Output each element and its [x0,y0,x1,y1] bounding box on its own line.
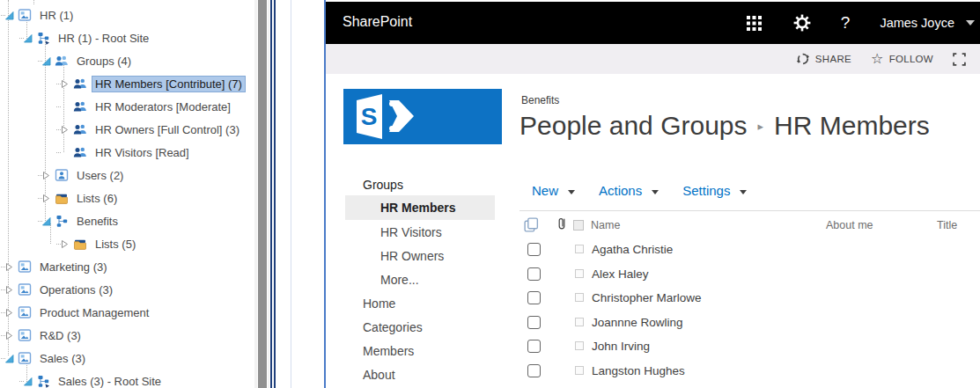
tree-node[interactable]: HR Visitors [Read] [0,141,193,164]
tree-node[interactable]: Lists (5) [0,232,139,255]
sharepoint-logo[interactable]: S [343,89,502,148]
collapse-arrow-icon[interactable] [5,10,15,20]
menu-new[interactable]: New [532,183,575,198]
nav-item-about[interactable]: About [363,368,395,382]
member-name-link[interactable]: John Irving [592,340,650,353]
sharepoint-window: SharePoint [324,0,980,388]
tree-node[interactable]: Product Management [0,301,152,324]
nav-item-hr-visitors[interactable]: HR Visitors [380,225,442,239]
tree-node[interactable]: HR Owners [Full Control] (3) [0,118,243,141]
nav-item-hr-members[interactable]: HR Members [345,195,495,220]
tree-node[interactable]: R&D (3) [0,324,85,347]
collapse-arrow-icon[interactable] [5,353,15,363]
row-checkbox[interactable] [527,291,541,304]
row-checkbox[interactable] [527,364,541,377]
site-icon [18,305,32,319]
expand-arrow-icon[interactable] [5,307,15,318]
tree-node[interactable]: Marketing (3) [0,255,111,278]
member-name-link[interactable]: Alex Haley [592,267,649,281]
help-icon[interactable]: ? [841,13,851,33]
site-icon [18,260,32,274]
column-header-title[interactable]: Title [937,219,957,231]
focus-mode-button[interactable] [953,53,971,66]
row-checkbox[interactable] [527,340,541,353]
tree-node-label[interactable]: HR (1) - Root Site [55,30,152,47]
expand-arrow-icon[interactable] [61,124,70,135]
follow-button[interactable]: ☆ FOLLOW [871,52,933,66]
tree-node-label[interactable]: HR Moderators [Moderate] [92,99,234,115]
member-name-link[interactable]: Agatha Christie [592,243,673,256]
tree-node-label[interactable]: Marketing (3) [36,259,111,275]
tree-node-label[interactable]: HR Members [Contribute] (7) [92,76,246,92]
tree-node[interactable]: HR (1) - Root Site [0,26,152,49]
tree-node[interactable]: Operations (3) [0,278,116,301]
presence-indicator [575,245,584,253]
collapse-arrow-icon[interactable] [24,33,33,43]
menu-actions[interactable]: Actions [599,183,659,198]
header-checkbox[interactable] [573,220,584,231]
nav-item-members[interactable]: Members [363,344,414,358]
row-checkbox[interactable] [527,243,541,256]
tree-node[interactable]: Benefits [0,209,122,232]
expand-arrow-icon[interactable] [42,193,52,203]
tree-node[interactable]: Groups (4) [0,49,135,72]
member-name-link[interactable]: Christopher Marlowe [592,291,702,304]
tree-node[interactable]: HR Moderators [Moderate] [0,95,234,118]
tree-node-label[interactable]: Operations (3) [36,282,116,298]
page-title-main[interactable]: People and Groups [519,111,748,140]
row-checkbox[interactable] [527,267,541,281]
expand-arrow-icon[interactable] [5,261,15,272]
nav-item-hr-owners[interactable]: HR Owners [380,249,444,263]
tree-node-label[interactable]: R&D (3) [36,327,85,344]
suite-bar: SharePoint [326,2,980,44]
tree-node-label[interactable]: Users (2) [73,167,127,184]
user-menu-caret-icon[interactable] [966,20,975,26]
tree-node[interactable]: HR (1) [0,4,77,26]
collapse-arrow-icon[interactable] [42,216,52,226]
tree-node[interactable]: Sales (3) [0,347,89,370]
menu-caret-icon [652,190,659,194]
share-button[interactable]: SHARE [796,52,851,66]
tree-node-label[interactable]: HR Visitors [Read] [92,144,193,161]
site-icon [18,8,32,22]
user-menu[interactable]: James Joyce [880,16,954,30]
app-launcher-icon[interactable] [747,16,762,31]
collapse-arrow-icon[interactable] [24,376,33,386]
settings-gear-icon[interactable] [793,14,811,32]
member-name-link[interactable]: Langston Hughes [592,364,685,377]
menu-settings[interactable]: Settings [682,183,747,198]
tree-node-label[interactable]: HR Owners [Full Control] (3) [92,121,243,138]
column-header-name[interactable]: Name [591,219,620,231]
tree-node-label[interactable]: Product Management [36,304,152,321]
tree-node-label[interactable]: Sales (3) [36,350,89,367]
list-toolbar: NewActionsSettings [532,183,770,198]
nav-item-more[interactable]: More... [380,273,419,287]
member-name-link[interactable]: Joannne Rowling [592,316,683,329]
tree-node-label[interactable]: Lists (5) [92,236,139,253]
site-breadcrumb[interactable]: Benefits [521,94,559,106]
expand-arrow-icon[interactable] [42,170,52,180]
presence-indicator [575,366,584,375]
nav-item-home[interactable]: Home [363,296,395,311]
window-border [270,0,272,388]
row-checkbox[interactable] [527,316,541,329]
expand-arrow-icon[interactable] [61,78,70,89]
tree-node[interactable]: Lists (6) [0,187,121,209]
collapse-arrow-icon[interactable] [42,55,52,66]
tree-node-label[interactable]: Benefits [73,213,122,230]
tree-node[interactable]: HR Members [Contribute] (7) [0,72,246,95]
nav-item-categories[interactable]: Categories [363,320,423,334]
expand-arrow-icon[interactable] [5,284,15,295]
column-header-about-me[interactable]: About me [826,219,873,231]
expand-arrow-icon[interactable] [61,238,70,249]
group-icon [73,145,87,159]
tree-scrollbar[interactable] [257,0,268,388]
tree-node[interactable]: Sales (3) - Root Site [0,370,165,388]
tree-node[interactable]: Users (2) [0,164,127,187]
tree-node-label[interactable]: Groups (4) [73,53,135,70]
expand-arrow-icon[interactable] [5,330,15,340]
tree-node-label[interactable]: Lists (6) [73,190,121,207]
nav-item-groups[interactable]: Groups [363,178,403,192]
tree-node-label[interactable]: Sales (3) - Root Site [55,373,165,388]
tree-node-label[interactable]: HR (1) [36,7,77,24]
